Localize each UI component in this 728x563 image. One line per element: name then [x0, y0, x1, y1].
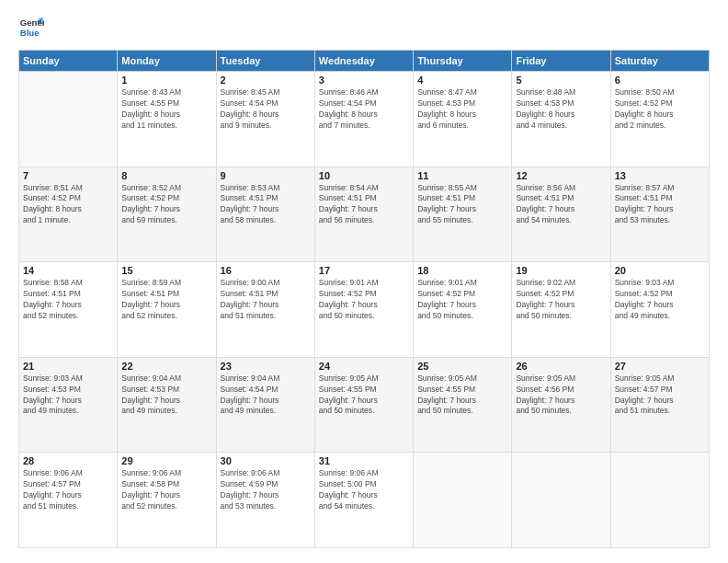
calendar-cell: 5Sunrise: 8:48 AM Sunset: 4:53 PM Daylig… [512, 72, 610, 167]
calendar-table: SundayMondayTuesdayWednesdayThursdayFrid… [18, 50, 710, 548]
day-number: 31 [319, 455, 409, 466]
day-number: 6 [615, 75, 705, 86]
weekday-header-tuesday: Tuesday [216, 51, 314, 72]
day-number: 22 [121, 361, 211, 372]
calendar-cell [19, 72, 118, 167]
day-number: 12 [516, 170, 606, 181]
calendar-cell: 20Sunrise: 9:03 AM Sunset: 4:52 PM Dayli… [610, 262, 709, 358]
day-info: Sunrise: 8:51 AM Sunset: 4:52 PM Dayligh… [23, 183, 113, 227]
day-info: Sunrise: 8:53 AM Sunset: 4:51 PM Dayligh… [221, 183, 311, 227]
day-number: 14 [23, 265, 113, 276]
day-number: 11 [417, 170, 507, 181]
calendar-cell [414, 453, 512, 548]
day-info: Sunrise: 8:52 AM Sunset: 4:52 PM Dayligh… [121, 183, 211, 227]
calendar-cell: 8Sunrise: 8:52 AM Sunset: 4:52 PM Daylig… [118, 167, 216, 262]
calendar-cell: 6Sunrise: 8:50 AM Sunset: 4:52 PM Daylig… [610, 72, 709, 167]
calendar-cell: 11Sunrise: 8:55 AM Sunset: 4:51 PM Dayli… [414, 167, 512, 262]
day-number: 19 [516, 265, 606, 276]
day-info: Sunrise: 8:54 AM Sunset: 4:51 PM Dayligh… [319, 183, 409, 227]
calendar-cell [610, 453, 709, 548]
day-number: 4 [417, 75, 507, 86]
day-info: Sunrise: 8:43 AM Sunset: 4:55 PM Dayligh… [121, 87, 211, 132]
day-info: Sunrise: 9:06 AM Sunset: 4:57 PM Dayligh… [23, 468, 113, 512]
day-number: 2 [221, 75, 311, 86]
calendar-cell: 18Sunrise: 9:01 AM Sunset: 4:52 PM Dayli… [414, 262, 512, 358]
day-info: Sunrise: 8:55 AM Sunset: 4:51 PM Dayligh… [417, 183, 507, 227]
day-number: 30 [221, 455, 311, 466]
day-number: 17 [319, 265, 409, 276]
calendar-cell: 3Sunrise: 8:46 AM Sunset: 4:54 PM Daylig… [314, 72, 413, 167]
calendar-cell: 22Sunrise: 9:04 AM Sunset: 4:53 PM Dayli… [118, 357, 216, 453]
day-number: 26 [516, 361, 606, 372]
day-number: 24 [319, 361, 409, 372]
day-number: 23 [221, 361, 311, 372]
day-info: Sunrise: 8:50 AM Sunset: 4:52 PM Dayligh… [615, 87, 705, 132]
day-info: Sunrise: 9:00 AM Sunset: 4:51 PM Dayligh… [221, 278, 311, 322]
day-info: Sunrise: 9:05 AM Sunset: 4:55 PM Dayligh… [319, 373, 409, 418]
calendar-cell: 7Sunrise: 8:51 AM Sunset: 4:52 PM Daylig… [19, 167, 118, 262]
calendar-cell: 17Sunrise: 9:01 AM Sunset: 4:52 PM Dayli… [314, 262, 413, 358]
calendar-cell: 14Sunrise: 8:58 AM Sunset: 4:51 PM Dayli… [19, 262, 118, 358]
day-number: 5 [516, 75, 606, 86]
day-info: Sunrise: 8:58 AM Sunset: 4:51 PM Dayligh… [23, 278, 113, 322]
week-row-4: 21Sunrise: 9:03 AM Sunset: 4:53 PM Dayli… [19, 357, 710, 453]
day-info: Sunrise: 9:05 AM Sunset: 4:55 PM Dayligh… [417, 373, 507, 418]
day-number: 16 [221, 265, 311, 276]
header: General Blue [18, 15, 710, 40]
day-info: Sunrise: 9:06 AM Sunset: 4:58 PM Dayligh… [121, 468, 211, 512]
calendar-cell: 9Sunrise: 8:53 AM Sunset: 4:51 PM Daylig… [216, 167, 314, 262]
day-info: Sunrise: 9:02 AM Sunset: 4:52 PM Dayligh… [516, 278, 606, 322]
page: General Blue SundayMondayTuesdayWednesda… [0, 0, 728, 563]
svg-text:Blue: Blue [20, 28, 40, 38]
weekday-header-row: SundayMondayTuesdayWednesdayThursdayFrid… [19, 51, 710, 72]
calendar-cell: 15Sunrise: 8:59 AM Sunset: 4:51 PM Dayli… [118, 262, 216, 358]
day-number: 7 [23, 170, 113, 181]
day-info: Sunrise: 8:46 AM Sunset: 4:54 PM Dayligh… [319, 87, 409, 132]
calendar-cell: 25Sunrise: 9:05 AM Sunset: 4:55 PM Dayli… [414, 357, 512, 453]
calendar-cell: 13Sunrise: 8:57 AM Sunset: 4:51 PM Dayli… [610, 167, 709, 262]
calendar-cell: 29Sunrise: 9:06 AM Sunset: 4:58 PM Dayli… [118, 453, 216, 548]
day-number: 3 [319, 75, 409, 86]
logo-icon: General Blue [18, 15, 44, 40]
week-row-2: 7Sunrise: 8:51 AM Sunset: 4:52 PM Daylig… [19, 167, 710, 262]
calendar-cell: 24Sunrise: 9:05 AM Sunset: 4:55 PM Dayli… [314, 357, 413, 453]
day-info: Sunrise: 9:04 AM Sunset: 4:54 PM Dayligh… [221, 373, 311, 418]
day-info: Sunrise: 8:48 AM Sunset: 4:53 PM Dayligh… [516, 87, 606, 132]
day-number: 1 [121, 75, 211, 86]
weekday-header-monday: Monday [118, 51, 216, 72]
weekday-header-friday: Friday [512, 51, 610, 72]
day-number: 9 [221, 170, 311, 181]
calendar-cell: 31Sunrise: 9:06 AM Sunset: 5:00 PM Dayli… [314, 453, 413, 548]
logo: General Blue [18, 15, 44, 40]
calendar-cell: 4Sunrise: 8:47 AM Sunset: 4:53 PM Daylig… [414, 72, 512, 167]
day-number: 10 [319, 170, 409, 181]
calendar-cell: 26Sunrise: 9:05 AM Sunset: 4:56 PM Dayli… [512, 357, 610, 453]
calendar-cell: 23Sunrise: 9:04 AM Sunset: 4:54 PM Dayli… [216, 357, 314, 453]
day-number: 27 [615, 361, 705, 372]
day-info: Sunrise: 8:56 AM Sunset: 4:51 PM Dayligh… [516, 183, 606, 227]
calendar-cell: 27Sunrise: 9:05 AM Sunset: 4:57 PM Dayli… [610, 357, 709, 453]
calendar-cell: 10Sunrise: 8:54 AM Sunset: 4:51 PM Dayli… [314, 167, 413, 262]
weekday-header-thursday: Thursday [414, 51, 512, 72]
weekday-header-wednesday: Wednesday [314, 51, 413, 72]
day-number: 13 [615, 170, 705, 181]
day-number: 8 [121, 170, 211, 181]
day-info: Sunrise: 9:06 AM Sunset: 4:59 PM Dayligh… [221, 468, 311, 512]
calendar-cell: 12Sunrise: 8:56 AM Sunset: 4:51 PM Dayli… [512, 167, 610, 262]
day-info: Sunrise: 9:01 AM Sunset: 4:52 PM Dayligh… [319, 278, 409, 322]
weekday-header-saturday: Saturday [610, 51, 709, 72]
day-info: Sunrise: 9:05 AM Sunset: 4:57 PM Dayligh… [615, 373, 705, 418]
day-info: Sunrise: 8:45 AM Sunset: 4:54 PM Dayligh… [221, 87, 311, 132]
calendar-cell: 1Sunrise: 8:43 AM Sunset: 4:55 PM Daylig… [118, 72, 216, 167]
day-info: Sunrise: 9:01 AM Sunset: 4:52 PM Dayligh… [417, 278, 507, 322]
day-info: Sunrise: 9:03 AM Sunset: 4:52 PM Dayligh… [615, 278, 705, 322]
day-number: 15 [121, 265, 211, 276]
week-row-5: 28Sunrise: 9:06 AM Sunset: 4:57 PM Dayli… [19, 453, 710, 548]
calendar-cell: 16Sunrise: 9:00 AM Sunset: 4:51 PM Dayli… [216, 262, 314, 358]
calendar-cell: 21Sunrise: 9:03 AM Sunset: 4:53 PM Dayli… [19, 357, 118, 453]
calendar-cell: 28Sunrise: 9:06 AM Sunset: 4:57 PM Dayli… [19, 453, 118, 548]
calendar-cell: 19Sunrise: 9:02 AM Sunset: 4:52 PM Dayli… [512, 262, 610, 358]
day-info: Sunrise: 9:05 AM Sunset: 4:56 PM Dayligh… [516, 373, 606, 418]
day-info: Sunrise: 8:47 AM Sunset: 4:53 PM Dayligh… [417, 87, 507, 132]
day-number: 21 [23, 361, 113, 372]
